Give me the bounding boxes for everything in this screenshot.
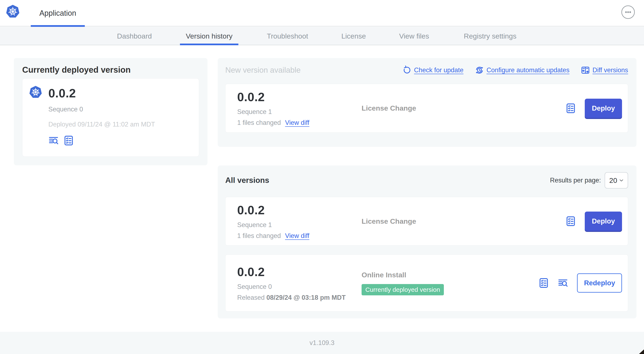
chevron-down-icon (618, 177, 624, 183)
released-prefix: Released (237, 294, 265, 301)
tab-version-history[interactable]: Version history (180, 27, 238, 45)
version-row: 0.0.2 Sequence 0 Released 08/29/24 @ 03:… (225, 254, 628, 311)
tab-dashboard[interactable]: Dashboard (111, 27, 158, 45)
pointer-cursor (638, 349, 644, 354)
deploy-button[interactable]: Deploy (585, 99, 622, 118)
currently-deployed-card: 0.0.2 Sequence 0 Deployed 09/11/24 @ 11:… (22, 78, 199, 157)
top-header: Application (0, 0, 644, 26)
app-tab-active-underline (31, 25, 85, 27)
results-per-page-label: Results per page: (550, 177, 601, 184)
checklist-icon (538, 278, 549, 288)
ellipsis-icon (624, 8, 632, 16)
tab-label: Version history (186, 32, 232, 40)
checklist-icon (566, 216, 576, 226)
tab-label: Dashboard (117, 32, 152, 40)
app-tab-label: Application (39, 9, 76, 18)
kubernetes-app-icon (29, 86, 42, 99)
app-tab[interactable]: Application (31, 0, 85, 26)
version-sequence: Sequence 0 (237, 283, 362, 290)
redeploy-button[interactable]: Redeploy (577, 273, 622, 293)
clock-update-icon (475, 66, 484, 75)
view-diff-link[interactable]: View diff (285, 232, 310, 240)
all-versions-title: All versions (225, 176, 269, 185)
tab-license[interactable]: License (336, 27, 372, 45)
configure-automatic-updates-label: Configure automatic updates (486, 66, 570, 74)
tab-label: Troubleshoot (267, 32, 308, 40)
currently-deployed-title: Currently deployed version (22, 65, 131, 75)
tab-view-files[interactable]: View files (394, 27, 435, 45)
currently-deployed-badge: Currently deployed version (362, 284, 444, 295)
version-number: 0.0.2 (237, 203, 362, 217)
view-diff-link[interactable]: View diff (285, 119, 310, 127)
all-versions-panel: All versions Results per page: 20 0.0.2 … (218, 165, 636, 318)
preflight-checks-button[interactable] (538, 278, 549, 288)
logs-icon (48, 135, 59, 146)
deployed-sequence: Sequence 0 (48, 106, 155, 113)
released-date: 08/29/24 @ 03:18 pm MDT (266, 294, 346, 301)
console-version: v1.109.3 (310, 339, 334, 347)
diff-versions-link[interactable]: Diff versions (581, 66, 628, 75)
page-footer: v1.109.3 (0, 332, 644, 354)
version-source: License Change (362, 217, 566, 225)
diff-versions-label: Diff versions (592, 66, 628, 74)
logs-icon (558, 278, 568, 288)
kubernetes-logo-icon (6, 5, 20, 19)
version-number: 0.0.2 (237, 90, 362, 104)
results-per-page-select[interactable]: 20 (605, 172, 628, 189)
configure-automatic-updates-link[interactable]: Configure automatic updates (475, 66, 570, 75)
deploy-button[interactable]: Deploy (585, 212, 622, 231)
new-version-panel: New version available Check for update C… (218, 58, 636, 147)
version-source-block: Online Install Currently deployed versio… (362, 271, 538, 295)
checklist-icon (64, 135, 74, 146)
files-changed-text: 1 files changed (237, 232, 281, 240)
preflight-checks-button[interactable] (64, 135, 74, 146)
check-for-update-link[interactable]: Check for update (402, 66, 464, 75)
version-row: 0.0.2 Sequence 1 1 files changed View di… (225, 197, 628, 245)
currently-deployed-panel: Currently deployed version 0.0.2 Sequenc… (14, 58, 208, 165)
files-changed-text: 1 files changed (237, 119, 281, 127)
deploy-logs-button[interactable] (558, 278, 568, 288)
results-per-page-value: 20 (609, 176, 617, 185)
version-source: License Change (362, 104, 566, 112)
refresh-icon (402, 66, 412, 75)
new-version-title: New version available (225, 66, 301, 75)
more-options-button[interactable] (622, 6, 635, 19)
new-version-row: 0.0.2 Sequence 1 1 files changed View di… (225, 84, 628, 133)
deployed-version-number: 0.0.2 (48, 86, 155, 100)
deployed-timestamp: Deployed 09/11/24 @ 11:02 am MDT (48, 121, 155, 128)
checklist-icon (566, 103, 576, 114)
tab-registry-settings[interactable]: Registry settings (458, 27, 522, 45)
tab-label: Registry settings (464, 32, 516, 40)
deploy-logs-button[interactable] (48, 135, 59, 146)
version-source: Online Install (362, 271, 538, 279)
preflight-checks-button[interactable] (566, 216, 576, 226)
version-sequence: Sequence 1 (237, 221, 362, 229)
released-timestamp: Released 08/29/24 @ 03:18 pm MDT (237, 294, 362, 301)
check-for-update-label: Check for update (414, 66, 464, 74)
tab-label: View files (399, 32, 429, 40)
tab-active-underline (180, 44, 238, 45)
preflight-checks-button[interactable] (566, 103, 576, 114)
tab-troubleshoot[interactable]: Troubleshoot (261, 27, 314, 45)
diff-icon (581, 66, 590, 75)
version-sequence: Sequence 1 (237, 108, 362, 116)
tab-label: License (341, 32, 366, 40)
app-nav: Dashboard Version history Troubleshoot L… (0, 27, 644, 45)
version-number: 0.0.2 (237, 265, 362, 279)
